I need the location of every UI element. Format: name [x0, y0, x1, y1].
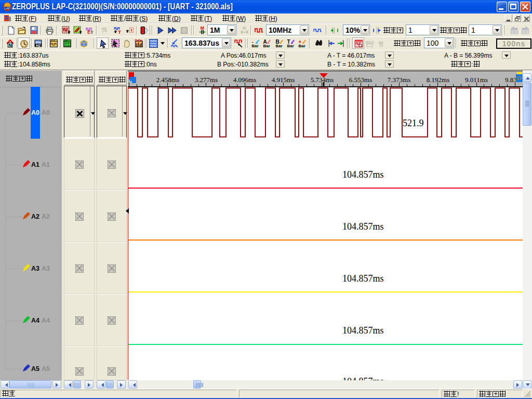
svg-text:LAP: LAP — [4, 7, 10, 10]
svg-text:M: M — [243, 26, 246, 31]
svg-text:D: D — [517, 75, 521, 81]
svg-text:Bar: Bar — [299, 44, 305, 48]
svg-text:Bar: Bar — [263, 44, 270, 48]
svg-text:Bar: Bar — [287, 44, 294, 48]
svg-text:T: T — [101, 30, 104, 35]
svg-text:N: N — [9, 43, 12, 48]
svg-text:Bar: Bar — [276, 44, 283, 48]
svg-text:0101: 0101 — [64, 45, 71, 48]
svg-text:Bar: Bar — [252, 44, 259, 48]
svg-text:H2: H2 — [36, 44, 41, 47]
svg-text:T: T — [118, 29, 121, 35]
svg-text:E: E — [87, 30, 90, 35]
